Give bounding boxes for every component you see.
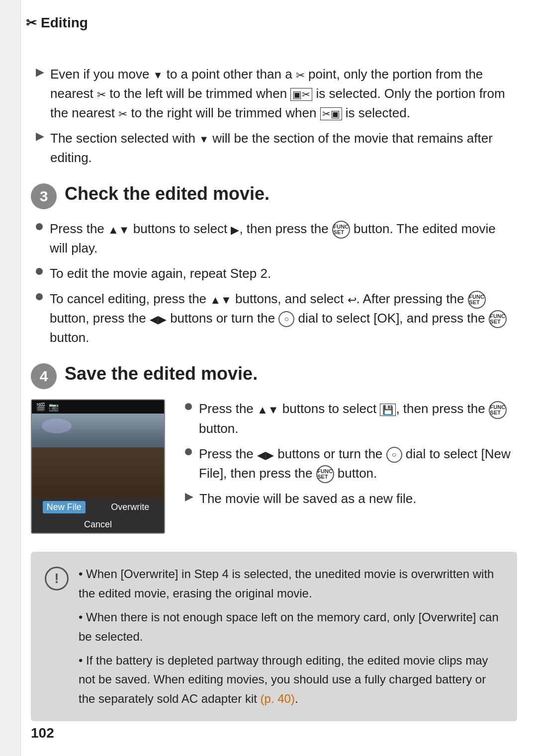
camera-icon-2: 📷 — [49, 402, 59, 412]
step3-text-2: To edit the movie again, repeat Step 2. — [50, 264, 271, 283]
step3-bullets: Press the ▲▼ buttons to select ▶, then p… — [31, 219, 517, 347]
scissors-header-icon: ✂ — [26, 15, 37, 31]
step4-bullet-2: Press the ◀▶ buttons or turn the ○ dial … — [180, 444, 517, 483]
section-title: Editing — [41, 15, 88, 31]
step4-number: 4 — [31, 363, 57, 389]
bullet-text-2: The section selected with ▼ will be the … — [50, 129, 517, 168]
top-bullets: ▶ Even if you move ▼ to a point other th… — [31, 65, 517, 168]
dot-icon-3 — [36, 293, 43, 300]
step3-bullet-3: To cancel editing, press the ▲▼ buttons,… — [31, 289, 517, 347]
dot-icon — [36, 223, 43, 230]
page-link: (p. 40) — [261, 692, 295, 705]
dial-icon-2: ○ — [386, 447, 402, 463]
arrow-bullet-icon-2: ▶ — [36, 130, 44, 143]
menu-overwrite: Overwrite — [107, 501, 153, 513]
dot-icon-2 — [36, 268, 43, 275]
camera-cancel-row: Cancel — [32, 516, 164, 533]
trim-left-icon: ▣✂ — [290, 88, 312, 101]
camera-mode-icon: 🎬 — [36, 402, 46, 412]
step4-header: 4 Save the edited movie. — [31, 362, 517, 389]
arrow-bullet-icon-3: ▶ — [185, 490, 193, 503]
func-button-4: FUNCSET — [489, 401, 507, 419]
step3-text-1: Press the ▲▼ buttons to select ▶, then p… — [50, 219, 517, 258]
func-button-3: FUNCSET — [489, 310, 507, 328]
scissors-icon-inline3: ✂ — [118, 108, 127, 120]
info-exclamation-icon: ! — [45, 567, 69, 590]
step4-text-3: The movie will be saved as a new file. — [199, 489, 416, 508]
func-button-2: FUNCSET — [468, 291, 486, 309]
step3-text-3: To cancel editing, press the ▲▼ buttons,… — [50, 289, 517, 347]
camera-icons-bar: 🎬 📷 — [32, 400, 164, 414]
step4-title: Save the edited movie. — [65, 362, 258, 386]
left-right-arrows-2: ◀▶ — [257, 448, 274, 461]
arrow-bullet-icon: ▶ — [36, 66, 44, 79]
dot-icon-5 — [185, 448, 192, 455]
menu-new-file: New File — [43, 501, 86, 513]
trim-right-icon: ✂▣ — [320, 107, 342, 120]
step3-header: 3 Check the edited movie. — [31, 182, 517, 209]
info-box: ! • When [Overwrite] in Step 4 is select… — [31, 552, 517, 721]
scissors-icon-inline2: ✂ — [97, 88, 106, 101]
page-container: ✂ Editing ▶ Even if you move ▼ to a poin… — [0, 0, 537, 756]
info-bullet-3: • If the battery is depleted partway thr… — [79, 651, 503, 708]
step4-bullet-3: ▶ The movie will be saved as a new file. — [180, 489, 517, 508]
undo-icon: ↩ — [348, 294, 357, 306]
info-text: • When [Overwrite] in Step 4 is selected… — [79, 565, 503, 708]
page-number: 102 — [31, 725, 54, 741]
save-icon: 💾 — [380, 404, 396, 416]
camera-screen-column: 🎬 📷 New File Overwrite Cancel — [31, 399, 165, 534]
sidebar-bar — [0, 0, 21, 756]
step4-bullet-1: Press the ▲▼ buttons to select 💾, then p… — [180, 399, 517, 438]
dial-icon: ○ — [278, 311, 294, 327]
step4-text-2: Press the ◀▶ buttons or turn the ○ dial … — [199, 444, 517, 483]
step3-bullet-1: Press the ▲▼ buttons to select ▶, then p… — [31, 219, 517, 258]
bullet-text-1: Even if you move ▼ to a point other than… — [50, 65, 517, 123]
menu-cancel: Cancel — [32, 518, 164, 531]
scissors-icon-inline: ✂ — [296, 69, 305, 82]
info-icon-label: ! — [54, 571, 59, 587]
step4-text-1: Press the ▲▼ buttons to select 💾, then p… — [199, 399, 517, 438]
up-down-arrows-3: ▲▼ — [257, 404, 279, 416]
camera-screen: 🎬 📷 New File Overwrite Cancel — [31, 399, 165, 534]
step4-bullets-column: Press the ▲▼ buttons to select 💾, then p… — [180, 399, 517, 514]
step4-content: 🎬 📷 New File Overwrite Cancel — [31, 399, 517, 534]
step3-number: 3 — [31, 183, 57, 209]
up-down-arrows: ▲▼ — [108, 224, 130, 236]
camera-menu-bar: New File Overwrite — [32, 498, 164, 516]
main-content: ▶ Even if you move ▼ to a point other th… — [31, 65, 537, 721]
bullet-item-2: ▶ The section selected with ▼ will be th… — [31, 129, 517, 168]
step3-title: Check the edited movie. — [65, 182, 269, 206]
step3-bullet-2: To edit the movie again, repeat Step 2. — [31, 264, 517, 283]
func-button-5: FUNCSET — [316, 465, 334, 483]
editing-header: ✂ Editing — [26, 15, 88, 31]
info-bullet-2: • When there is not enough space left on… — [79, 608, 503, 646]
func-button: FUNCSET — [332, 221, 350, 239]
bullet-item: ▶ Even if you move ▼ to a point other th… — [31, 65, 517, 123]
camera-image-area — [32, 414, 164, 498]
left-right-arrows: ◀▶ — [150, 313, 167, 326]
up-down-arrows-2: ▲▼ — [210, 294, 232, 306]
play-icon: ▶ — [231, 224, 239, 236]
dot-icon-4 — [185, 403, 192, 410]
info-bullet-1: • When [Overwrite] in Step 4 is selected… — [79, 565, 503, 603]
